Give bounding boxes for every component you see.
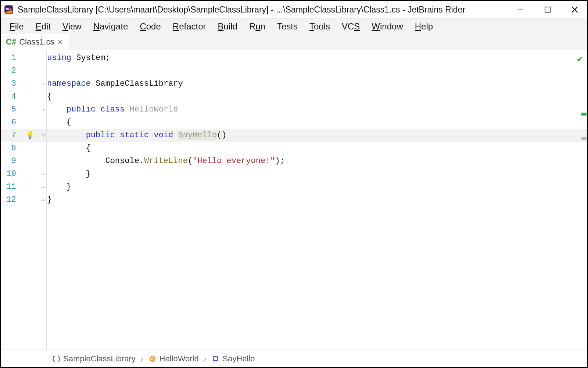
breadcrumb-class[interactable]: C HelloWorld xyxy=(148,354,199,364)
menu-vcs[interactable]: VCS xyxy=(336,20,366,33)
menu-view[interactable]: View xyxy=(57,20,87,33)
line-number: 2 xyxy=(1,64,19,77)
breadcrumb-namespace[interactable]: SampleClassLibrary xyxy=(52,354,136,364)
window-close-button[interactable] xyxy=(569,4,581,15)
code-editor[interactable]: 1 2 3 4 5 6 7 8 9 10 11 12 💡 ✔ xyxy=(1,50,587,350)
error-stripe[interactable] xyxy=(581,50,587,350)
line-number: 11 xyxy=(1,180,19,193)
chevron-right-icon: › xyxy=(141,354,143,363)
menu-file[interactable]: File xyxy=(4,20,30,33)
svg-rect-12 xyxy=(214,357,217,360)
chevron-right-icon: › xyxy=(204,354,207,363)
breadcrumb-method[interactable]: SayHello xyxy=(211,354,255,364)
close-tab-icon[interactable] xyxy=(57,39,64,45)
fold-toggle-icon[interactable] xyxy=(41,171,46,177)
csharp-file-icon: C# xyxy=(6,37,16,47)
menu-build[interactable]: Build xyxy=(212,20,243,33)
code-line[interactable]: } xyxy=(47,167,587,180)
svg-text:C: C xyxy=(151,357,154,361)
line-number: 10 xyxy=(1,167,19,180)
code-line[interactable]: } xyxy=(47,180,587,193)
code-line[interactable]: { xyxy=(47,90,587,103)
line-number: 4 xyxy=(1,90,19,103)
menu-bar: File Edit View Navigate Code Refactor Bu… xyxy=(1,18,587,34)
code-line[interactable]: Console.WriteLine("Hello everyone!"); xyxy=(47,155,587,167)
class-icon: C xyxy=(148,355,157,363)
fold-gutter xyxy=(40,50,47,350)
breadcrumb-label: SampleClassLibrary xyxy=(63,354,136,364)
code-line[interactable]: using System; xyxy=(47,52,587,64)
icon-gutter: 💡 xyxy=(19,50,40,350)
window-minimize-button[interactable] xyxy=(514,4,526,15)
breadcrumb-label: SayHello xyxy=(222,354,255,364)
menu-tests[interactable]: Tests xyxy=(271,20,304,33)
window-maximize-button[interactable] xyxy=(542,4,553,15)
code-line[interactable]: namespace SampleClassLibrary xyxy=(47,77,587,90)
fold-toggle-icon[interactable] xyxy=(41,197,46,202)
breadcrumb-label: HelloWorld xyxy=(159,354,199,364)
editor-tab-label: Class1.cs xyxy=(19,37,54,47)
line-number: 8 xyxy=(1,142,19,155)
svg-text:RD: RD xyxy=(6,7,11,11)
line-number: 1 xyxy=(1,52,19,64)
code-line[interactable] xyxy=(47,64,587,77)
code-line-current[interactable]: public static void SayHello() xyxy=(47,129,587,142)
line-number: 12 xyxy=(1,193,19,206)
menu-help[interactable]: Help xyxy=(409,20,439,33)
code-line[interactable]: { xyxy=(47,116,587,129)
svg-rect-4 xyxy=(545,7,550,12)
rider-app-icon: RD xyxy=(4,4,14,15)
caret-marker-icon[interactable] xyxy=(581,137,587,140)
code-content[interactable]: ✔ using System; namespace SampleClassLib… xyxy=(47,50,587,350)
namespace-icon xyxy=(52,355,60,363)
menu-code[interactable]: Code xyxy=(134,20,166,33)
menu-navigate[interactable]: Navigate xyxy=(87,20,134,33)
code-line[interactable]: } xyxy=(47,193,587,206)
menu-refactor[interactable]: Refactor xyxy=(167,20,212,33)
line-number: 3 xyxy=(1,77,19,90)
fold-toggle-icon[interactable] xyxy=(41,81,46,86)
line-number: 9 xyxy=(1,155,19,167)
line-number: 6 xyxy=(1,116,19,129)
code-line[interactable]: public class HelloWorld xyxy=(47,103,587,116)
code-line[interactable]: { xyxy=(47,142,587,155)
fold-toggle-icon[interactable] xyxy=(41,107,46,112)
lightbulb-icon[interactable]: 💡 xyxy=(25,129,35,142)
menu-run[interactable]: Run xyxy=(243,20,271,33)
breadcrumb-bar: SampleClassLibrary › C HelloWorld › SayH… xyxy=(1,350,587,367)
menu-edit[interactable]: Edit xyxy=(30,20,57,33)
window-title: SampleClassLibrary [C:\Users\maart\Deskt… xyxy=(18,5,514,15)
editor-tab-bar: C# Class1.cs xyxy=(1,34,587,50)
menu-tools[interactable]: Tools xyxy=(304,20,336,33)
editor-tab-class1[interactable]: C# Class1.cs xyxy=(1,34,69,50)
menu-window[interactable]: Window xyxy=(366,20,409,33)
fold-toggle-icon[interactable] xyxy=(41,184,46,190)
title-bar: RD SampleClassLibrary [C:\Users\maart\De… xyxy=(1,1,587,18)
line-number: 5 xyxy=(1,103,19,116)
line-number-gutter: 1 2 3 4 5 6 7 8 9 10 11 12 xyxy=(1,50,19,350)
method-icon xyxy=(211,355,219,363)
line-number: 7 xyxy=(1,129,19,142)
change-marker-icon[interactable] xyxy=(581,113,587,116)
fold-toggle-icon[interactable] xyxy=(41,133,46,138)
